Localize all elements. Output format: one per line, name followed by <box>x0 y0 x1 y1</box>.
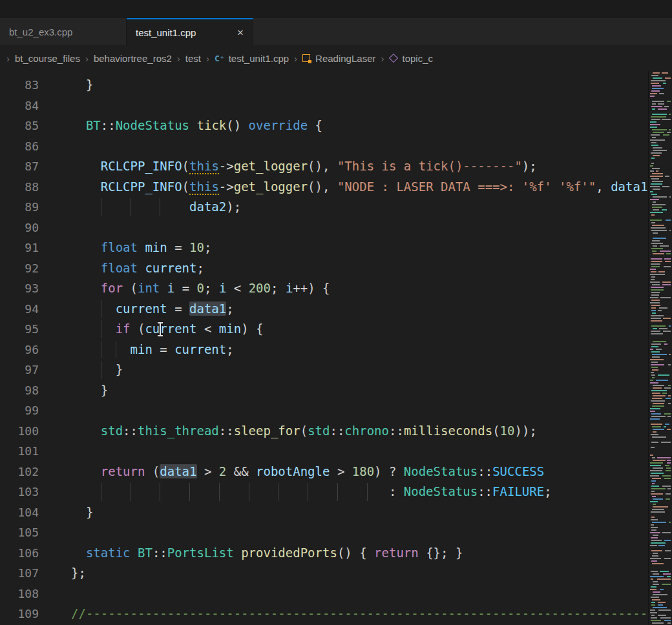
code-text[interactable]: } <box>71 75 93 96</box>
code-line[interactable]: 99 <box>0 400 649 421</box>
code-token: : <box>389 484 404 498</box>
line-number[interactable]: 91 <box>0 238 39 258</box>
code-editor[interactable]: 83 }8485 BT::NodeStatus tick() override … <box>0 71 672 625</box>
code-line[interactable]: 95 if (current < min) { <box>0 319 649 340</box>
code-text[interactable]: BT::NodeStatus tick() override { <box>71 116 322 136</box>
tab-test_unit1.cpp[interactable]: test_unit1.cpp× <box>127 18 253 45</box>
code-line[interactable]: 107}; <box>0 563 649 584</box>
code-text[interactable]: current = data1; <box>71 299 234 320</box>
code-token: data1 <box>160 464 196 478</box>
line-number[interactable]: 96 <box>0 340 39 360</box>
code-line[interactable]: 97 } <box>0 360 649 380</box>
minimap[interactable] <box>648 71 672 625</box>
code-token: "NODE : LASER DATA ===>: '%f' '%f'" <box>337 179 596 194</box>
code-line[interactable]: 89 data2); <box>0 197 649 218</box>
code-token: FAILURE <box>492 484 544 498</box>
line-number[interactable]: 94 <box>0 299 39 320</box>
code-text[interactable]: } <box>71 502 93 523</box>
line-number[interactable]: 105 <box>0 522 39 543</box>
breadcrumb-item-behaviortree_ros2[interactable]: behaviortree_ros2 <box>94 53 172 64</box>
line-number[interactable]: 101 <box>0 441 39 462</box>
line-number[interactable]: 97 <box>0 360 39 380</box>
line-number[interactable]: 87 <box>0 156 39 177</box>
line-number[interactable]: 106 <box>0 543 39 564</box>
code-token: current <box>145 261 196 275</box>
line-number[interactable]: 103 <box>0 482 39 502</box>
code-line[interactable]: 106 static BT::PortsList providedPorts()… <box>0 543 649 564</box>
code-line[interactable]: 84 <box>0 96 649 116</box>
indent-guide <box>160 483 161 501</box>
breadcrumb-label: bt_course_files <box>15 53 80 64</box>
code-line[interactable]: 85 BT::NodeStatus tick() override { <box>0 116 649 136</box>
code-line[interactable]: 93 for (int i = 0; i < 200; i++) { <box>0 278 649 299</box>
breadcrumb-item-topic_c[interactable]: topic_c <box>389 53 433 64</box>
line-number[interactable]: 90 <box>0 218 39 238</box>
code-text[interactable]: }; <box>71 563 86 584</box>
line-number[interactable]: 98 <box>0 380 39 401</box>
line-number[interactable]: 109 <box>0 604 39 624</box>
line-number[interactable]: 89 <box>0 197 39 218</box>
code-text[interactable]: for (int i = 0; i < 200; i++) { <box>71 278 330 299</box>
code-text[interactable]: min = current; <box>71 340 234 360</box>
code-line[interactable]: 98 } <box>0 380 649 401</box>
breadcrumb-item-bt_course_files[interactable]: bt_course_files <box>15 53 80 64</box>
line-number[interactable]: 107 <box>0 563 39 584</box>
line-number[interactable]: 100 <box>0 421 39 442</box>
line-number[interactable]: 92 <box>0 258 39 279</box>
code-line[interactable]: 103 : NodeStatus::FAILURE; <box>0 482 649 502</box>
code-token: if <box>116 322 131 336</box>
line-number[interactable]: 84 <box>0 96 39 116</box>
code-line[interactable]: 100 std::this_thread::sleep_for(std::chr… <box>0 421 649 442</box>
code-line[interactable]: 104 } <box>0 502 649 523</box>
code-text[interactable]: } <box>71 360 123 380</box>
breadcrumb-item-test_unit1.cpp[interactable]: C⁺test_unit1.cpp <box>215 53 289 64</box>
code-token <box>138 261 145 275</box>
code-text[interactable]: : NodeStatus::FAILURE; <box>71 482 552 502</box>
code-text[interactable]: RCLCPP_INFO(this->get_logger(), "This is… <box>71 156 537 177</box>
line-number[interactable]: 93 <box>0 278 39 299</box>
code-line[interactable]: 105 <box>0 522 649 543</box>
line-number[interactable]: 88 <box>0 177 39 198</box>
line-number[interactable]: 104 <box>0 502 39 523</box>
code-line[interactable]: 101 <box>0 441 649 462</box>
code-line[interactable]: 92 float current; <box>0 258 649 279</box>
code-line[interactable]: 88 RCLCPP_INFO(this->get_logger(), "NODE… <box>0 177 649 198</box>
code-token: get_logger <box>234 159 308 173</box>
code-line[interactable]: 83 } <box>0 75 649 96</box>
code-line[interactable]: 96 min = current; <box>0 340 649 360</box>
close-icon[interactable]: × <box>237 27 244 38</box>
code-line[interactable]: 109//-----------------------------------… <box>0 604 649 624</box>
code-line[interactable]: 91 float min = 10; <box>0 238 649 258</box>
code-line[interactable]: 90 <box>0 218 649 238</box>
breadcrumb-item-ReadingLaser[interactable]: ReadingLaser <box>302 53 375 64</box>
code-token: < <box>226 281 248 295</box>
line-number[interactable]: 95 <box>0 319 39 340</box>
code-text[interactable]: std::this_thread::sleep_for(std::chrono:… <box>71 421 537 442</box>
code-line[interactable]: 102 return (data1 > 2 && robotAngle > 18… <box>0 462 649 482</box>
code-token: :: <box>101 118 116 132</box>
code-line[interactable]: 108 <box>0 584 649 604</box>
code-text[interactable]: } <box>71 380 108 401</box>
code-text[interactable]: float current; <box>71 258 204 279</box>
line-number[interactable]: 86 <box>0 136 39 157</box>
code-text[interactable]: //--------------------------------------… <box>71 604 647 624</box>
code-text[interactable]: if (current < min) { <box>71 319 263 340</box>
code-line[interactable]: 87 RCLCPP_INFO(this->get_logger(), "This… <box>0 156 649 177</box>
line-number[interactable]: 85 <box>0 116 39 136</box>
code-area[interactable]: 83 }8485 BT::NodeStatus tick() override … <box>0 71 649 625</box>
code-text[interactable]: data2); <box>71 197 241 218</box>
code-line[interactable]: 86 <box>0 136 649 157</box>
code-token: ) { <box>241 322 263 336</box>
code-text[interactable]: float min = 10; <box>71 238 211 258</box>
line-number[interactable]: 83 <box>0 75 39 96</box>
code-token: ; <box>226 342 233 356</box>
line-number[interactable]: 102 <box>0 462 39 482</box>
code-text[interactable]: RCLCPP_INFO(this->get_logger(), "NODE : … <box>71 177 649 198</box>
line-number[interactable]: 108 <box>0 584 39 604</box>
breadcrumb-item-test[interactable]: test <box>185 53 201 64</box>
code-text[interactable]: return (data1 > 2 && robotAngle > 180) ?… <box>71 462 544 482</box>
line-number[interactable]: 99 <box>0 400 39 421</box>
tab-bt_u2_ex3.cpp[interactable]: bt_u2_ex3.cpp <box>0 18 127 45</box>
code-text[interactable]: static BT::PortsList providedPorts() { r… <box>71 543 463 564</box>
code-line[interactable]: 94 current = data1; <box>0 299 649 320</box>
